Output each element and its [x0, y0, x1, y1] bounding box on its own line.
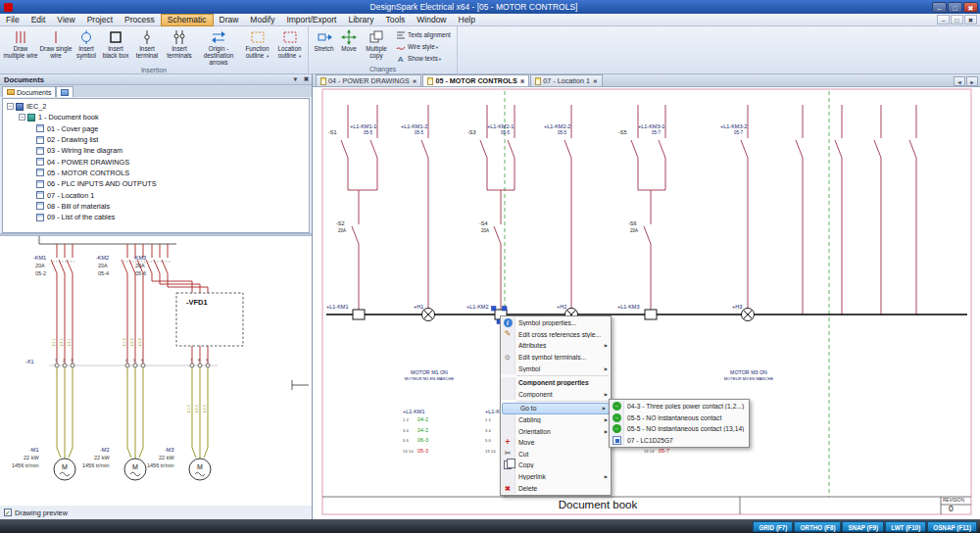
tab-layers[interactable] [56, 86, 74, 97]
go-to-icon: → [612, 402, 621, 411]
texts-alignment-button[interactable]: Texts alignment [396, 29, 453, 41]
lwt-toggle[interactable]: LWT (F10) [885, 521, 926, 532]
submenu-item-no-contact-2[interactable]: →05-5 - NO instantaneous contact (13,14) [610, 423, 749, 435]
stretch-button[interactable]: Stretch [311, 27, 337, 65]
drawing-preview-toggle[interactable]: ✓ Drawing preview [0, 506, 312, 519]
menu-import-export[interactable]: Import/Export [280, 14, 342, 26]
insert-terminal-button[interactable]: Insert terminal [131, 27, 163, 66]
draw-single-wire-button[interactable]: Draw single wire [39, 27, 73, 66]
menu-item-attributes[interactable]: Attributes▶ [501, 340, 611, 352]
snap-toggle[interactable]: SNAP (F9) [842, 521, 884, 532]
tab-documents[interactable]: Documents [2, 86, 56, 97]
tree-item-location-1[interactable]: 07 - Location 1 [3, 189, 309, 200]
menu-window[interactable]: Window [411, 14, 452, 26]
component-ref: +L1-KM1 [326, 305, 348, 311]
wire-style-button[interactable]: Wire style ▾ [396, 41, 453, 53]
menu-file[interactable]: File [0, 14, 25, 26]
tab-motor-controls[interactable]: 05 - MOTOR CONTROLS ✖ [422, 74, 529, 86]
tab-location-1[interactable]: 07 - Location 1 ✖ [530, 74, 602, 86]
menu-library[interactable]: Library [342, 14, 379, 26]
minimize-button[interactable]: – [932, 2, 947, 13]
menu-process[interactable]: Process [119, 14, 161, 26]
multiple-copy-button[interactable]: Multiple copy [361, 27, 392, 65]
maximize-button[interactable]: □ [948, 2, 962, 13]
tree-item-power-drawings[interactable]: 04 - POWER DRAWINGS [3, 156, 309, 167]
menu-item-hyperlink[interactable]: Hyperlink▶ [501, 471, 611, 483]
collapse-toggle[interactable]: – [7, 103, 14, 110]
menu-modify[interactable]: Modify [244, 14, 280, 26]
osnap-toggle[interactable]: OSNAP (F11) [927, 521, 977, 532]
close-tab-icon[interactable]: ✖ [520, 78, 525, 84]
grid-toggle[interactable]: GRID (F7) [753, 521, 793, 532]
tree-item-bill-of-materials[interactable]: 08 - Bill of materials [3, 201, 309, 212]
tree-item-plc-inputs-outputs[interactable]: 06 - PLC INPUTS AND OUTPUTS [3, 178, 309, 189]
component-rating: 20A [98, 264, 108, 269]
submenu-item-no-contact-1[interactable]: →05-5 - NO instantaneous contact [610, 412, 749, 424]
menu-item-edit-symbol-terminals[interactable]: ⊙Edit symbol terminals... [501, 352, 611, 363]
location-outline-button[interactable]: Location outline ▾ [273, 27, 306, 66]
tree-item-drawing-list[interactable]: 02 - Drawing list [3, 134, 309, 145]
menu-item-copy[interactable]: Copy [501, 460, 611, 471]
component-rating: 20A [135, 264, 145, 269]
close-tab-icon[interactable]: ✖ [413, 78, 417, 84]
tree-item-wiring-line-diagram[interactable]: 03 - Wiring line diagram [3, 145, 309, 156]
menu-item-component[interactable]: Component▶ [501, 389, 611, 401]
insert-symbol-button[interactable]: Insert symbol [73, 27, 100, 66]
menu-schematic[interactable]: Schematic [161, 14, 214, 26]
panel-close-icon[interactable]: ✖ [301, 75, 312, 83]
menu-item-go-to[interactable]: Go to▶ [502, 403, 610, 414]
show-texts-button[interactable]: A Show texts ▾ [396, 53, 453, 65]
move-icon: + [505, 438, 510, 447]
ortho-toggle[interactable]: ORTHO (F8) [794, 521, 841, 532]
menu-draw[interactable]: Draw [214, 14, 245, 26]
draw-multiple-wire-button[interactable]: Draw multiple wire [2, 27, 39, 66]
component-xref: 05-7 [652, 131, 661, 136]
tab-power-drawings[interactable]: 04 - POWER DRAWINGS ✖ [316, 74, 421, 86]
insert-terminals-button[interactable]: Insert terminals [163, 27, 196, 66]
checkbox-checked-icon[interactable]: ✓ [4, 509, 12, 516]
svg-text:L2.1: L2.1 [59, 337, 64, 346]
vfd-ref: -VFD1 [186, 299, 208, 307]
menu-item-orientation[interactable]: Orientation▶ [501, 425, 611, 437]
function-outline-button[interactable]: Function outline ▾ [241, 27, 273, 66]
menu-item-symbol-properties[interactable]: iSymbol properties... [501, 317, 611, 329]
tree-item-project[interactable]: – IEC_2 [3, 101, 309, 112]
doc-restore-button[interactable]: □ [951, 15, 963, 24]
submenu-item-power-contact[interactable]: →04-3 - Three poles power contact (1,2..… [610, 401, 749, 412]
menu-item-cut[interactable]: ✂Cut [501, 449, 611, 460]
page-icon [36, 169, 44, 176]
component-ref: +L1-KM1-2 [401, 124, 427, 130]
menu-project[interactable]: Project [81, 14, 119, 26]
move-button[interactable]: Move [337, 27, 361, 65]
panel-pin-icon[interactable]: ▾ [290, 75, 301, 83]
doc-close-button[interactable]: ✖ [964, 15, 977, 24]
menu-item-symbol[interactable]: Symbol▶ [501, 363, 611, 374]
schematic-canvas[interactable]: -S1 +L1-KM1-1 05-5 +L1-KM1-2 05-5 -S3 +L… [313, 87, 980, 519]
tree-item-document-book[interactable]: – 1 - Document book [3, 112, 309, 122]
close-tab-icon[interactable]: ✖ [593, 78, 598, 84]
submenu-item-device[interactable]: 07 - LC1D25G7 [610, 435, 749, 447]
terminal-strip-ref: -X1 [25, 360, 34, 365]
menu-help[interactable]: Help [453, 14, 481, 26]
scroll-tabs-left-icon[interactable]: ◄ [954, 76, 965, 86]
collapse-toggle[interactable]: – [19, 114, 25, 121]
close-button[interactable]: ✖ [963, 2, 978, 13]
insert-black-box-button[interactable]: Insert black box [100, 27, 131, 66]
menu-item-edit-cross-references-style[interactable]: ✎Edit cross references style... [501, 329, 611, 341]
tree-item-cover-page[interactable]: 01 - Cover page [3, 123, 309, 134]
menu-item-cabling[interactable]: Cabling▶ [501, 414, 611, 426]
menu-tools[interactable]: Tools [379, 14, 411, 26]
menu-view[interactable]: View [51, 14, 80, 26]
function-outline-icon [250, 29, 266, 45]
menu-item-component-properties[interactable]: Component properties [501, 377, 611, 389]
drawing-preview[interactable]: 1 2 3 4 5 6 7 8 9 L1.1 L2.1 L3.1 L1.2 L2… [0, 236, 312, 506]
scroll-tabs-right-icon[interactable]: ► [966, 76, 978, 86]
tree-item-motor-controls[interactable]: 05 - MOTOR CONTROLS [3, 168, 309, 178]
menu-item-delete[interactable]: ✖Delete [501, 482, 611, 494]
menu-item-move[interactable]: +Move [501, 437, 611, 449]
tree-item-list-of-cables[interactable]: 09 - List of the cables [3, 212, 309, 222]
menu-edit[interactable]: Edit [25, 14, 52, 26]
wire-style-icon [396, 42, 406, 52]
origin-destination-arrows-button[interactable]: Origin - destination arrows [196, 27, 241, 66]
doc-minimize-button[interactable]: – [937, 15, 950, 24]
